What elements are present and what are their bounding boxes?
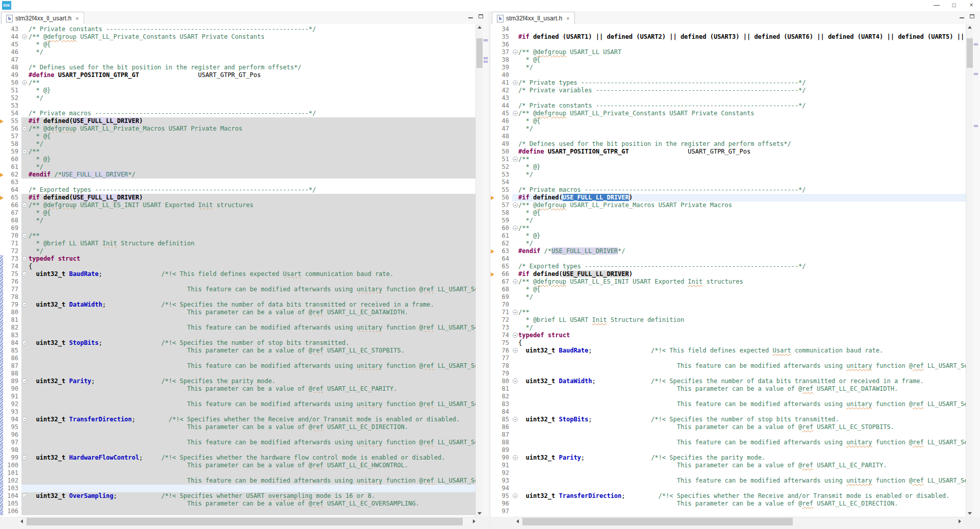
code-line[interactable]: 60 * @} — [0, 156, 475, 163]
fold-collapse-icon[interactable] — [22, 302, 27, 307]
code-line[interactable]: 58 * @{ — [491, 209, 966, 217]
fold-collapse-icon[interactable] — [22, 493, 27, 498]
code-line[interactable]: 65/* Exported types --------------------… — [491, 263, 966, 270]
tab-stm32f4xx-ll-usart-left[interactable]: h stm32f4xx_ll_usart.h × — [1, 12, 84, 24]
code-line[interactable]: 40 — [491, 71, 966, 79]
tab-stm32f4xx-ll-usart-right[interactable]: h stm32f4xx_ll_usart.h × — [492, 12, 575, 24]
code-line[interactable]: 103 — [0, 485, 475, 492]
overview-annotation-mark[interactable] — [484, 61, 488, 63]
code-line[interactable]: 42/* Private variables -----------------… — [491, 87, 966, 94]
scroll-down-icon[interactable] — [476, 510, 483, 517]
code-line[interactable]: 79 uint32_t DataWidth; /*!< Specifies th… — [0, 301, 475, 309]
code-line[interactable]: 84 — [491, 408, 966, 416]
minimize-pane-icon[interactable] — [468, 14, 473, 19]
fold-collapse-icon[interactable] — [513, 49, 518, 55]
fold-collapse-icon[interactable] — [22, 417, 27, 422]
fold-collapse-icon[interactable] — [513, 279, 518, 284]
code-line[interactable]: 104 uint32_t OverSampling; /*!< Specifie… — [0, 492, 475, 500]
code-line[interactable]: 95 uint32_t TransferDirection; /*!< Spec… — [491, 492, 966, 500]
code-line[interactable]: 57/** @defgroup USART_LL_Private_Macros … — [491, 201, 966, 209]
code-line[interactable]: 45 * @{ — [0, 41, 475, 48]
code-line[interactable]: 65#if defined(USE_FULL_LL_DRIVER) — [0, 194, 475, 201]
code-line[interactable]: 60/** — [491, 224, 966, 232]
code-line[interactable]: 68 */ — [0, 217, 475, 224]
overview-annotation-mark[interactable] — [974, 43, 978, 45]
code-line[interactable]: 85 This parameter can be a value of @ref… — [0, 347, 475, 355]
fold-collapse-icon[interactable] — [22, 455, 27, 460]
code-line[interactable]: 70/** — [0, 232, 475, 240]
code-line[interactable]: 63 — [0, 179, 475, 186]
overview-annotation-mark[interactable] — [484, 57, 488, 59]
code-line[interactable]: 78 — [0, 293, 475, 301]
code-line[interactable]: 91 — [0, 393, 475, 400]
code-line[interactable]: 73typedef struct — [0, 255, 475, 263]
code-line[interactable]: 62 */ — [491, 240, 966, 247]
code-line[interactable]: 81 — [0, 316, 475, 324]
code-line[interactable]: 52 */ — [0, 94, 475, 102]
code-line[interactable]: 48/* Defines used for the bit position i… — [0, 64, 475, 71]
code-line[interactable]: 64/* Exported types --------------------… — [0, 186, 475, 194]
code-line[interactable]: 88 — [0, 370, 475, 377]
code-line[interactable]: 76 uint32_t BaudRate; /*!< This field de… — [491, 347, 966, 355]
code-line[interactable]: 36 — [491, 41, 966, 48]
code-line[interactable]: 67/** @defgroup USART_LL_ES_INIT USART E… — [491, 278, 966, 286]
scroll-down-icon[interactable] — [966, 510, 973, 517]
fold-collapse-icon[interactable] — [22, 256, 27, 261]
vertical-scrollbar-thumb[interactable] — [967, 38, 973, 68]
code-line[interactable]: 55/* Private macros --------------------… — [491, 186, 966, 194]
fold-collapse-icon[interactable] — [22, 149, 27, 154]
fold-collapse-icon[interactable] — [513, 80, 518, 85]
code-line[interactable]: 62#endif /*USE_FULL_LL_DRIVER*/ — [0, 171, 475, 179]
code-line[interactable]: 69 */ — [491, 293, 966, 301]
code-line[interactable]: 84 uint32_t StopBits; /*!< Specifies the… — [0, 339, 475, 347]
code-line[interactable]: 93 — [0, 408, 475, 416]
code-line[interactable]: 74typedef struct — [491, 332, 966, 339]
code-line[interactable]: 48 — [491, 133, 966, 140]
horizontal-scrollbar-thumb[interactable] — [27, 518, 463, 525]
code-line[interactable]: 51/** — [491, 156, 966, 163]
code-line[interactable]: 75{ — [491, 339, 966, 347]
code-line[interactable]: 98 — [0, 446, 475, 454]
scroll-right-icon[interactable] — [956, 517, 963, 525]
code-line[interactable]: 89 uint32_t Parity; /*!< Specifies the p… — [0, 377, 475, 385]
code-line[interactable]: 92 — [491, 469, 966, 477]
fold-collapse-icon[interactable] — [22, 80, 27, 85]
code-line[interactable]: 37/** @defgroup USART_LL USART — [491, 48, 966, 56]
horizontal-scrollbar[interactable] — [18, 517, 478, 526]
fold-collapse-icon[interactable] — [513, 455, 518, 460]
code-line[interactable]: 72 */ — [0, 247, 475, 255]
code-line[interactable]: 59 */ — [491, 217, 966, 224]
code-line[interactable]: 90 uint32_t Parity; /*!< Specifies the p… — [491, 454, 966, 462]
code-editor-left[interactable]: 43/* Private constants -----------------… — [0, 24, 475, 517]
fold-collapse-icon[interactable] — [513, 225, 518, 231]
code-line[interactable]: 45/** @defgroup USART_LL_Private_Constan… — [491, 110, 966, 117]
overview-annotation-mark[interactable] — [974, 125, 978, 127]
code-line[interactable]: 66#if defined(USE_FULL_LL_DRIVER) — [491, 270, 966, 278]
code-line[interactable]: 106 — [0, 508, 475, 515]
code-line[interactable]: 61 * @} — [491, 232, 966, 240]
fold-collapse-icon[interactable] — [22, 233, 27, 238]
code-editor-right[interactable]: 3435#if defined (USART1) || defined (USA… — [491, 24, 966, 517]
code-line[interactable]: 44/* Private constants -----------------… — [491, 102, 966, 110]
fold-collapse-icon[interactable] — [513, 310, 518, 315]
fold-collapse-icon[interactable] — [513, 203, 518, 208]
window-minimize-icon[interactable]: — — [928, 0, 945, 11]
code-line[interactable]: 73 */ — [491, 324, 966, 332]
code-line[interactable]: 47 */ — [491, 125, 966, 133]
code-line[interactable]: 58 */ — [0, 140, 475, 148]
code-line[interactable]: 43/* Private constants -----------------… — [0, 26, 475, 33]
code-line[interactable]: 75 uint32_t BaudRate; /*!< This field de… — [0, 270, 475, 278]
code-line[interactable]: 63#endif /*USE_FULL_LL_DRIVER*/ — [491, 247, 966, 255]
scroll-up-icon[interactable] — [476, 24, 483, 31]
code-line[interactable]: 94 — [491, 485, 966, 492]
code-line[interactable]: 72 * @brief LL USART Init Structure defi… — [491, 316, 966, 324]
fold-collapse-icon[interactable] — [22, 34, 27, 39]
code-line[interactable]: 44/** @defgroup USART_LL_Private_Constan… — [0, 33, 475, 41]
code-line[interactable]: 70 — [491, 301, 966, 309]
code-line[interactable]: 87 This feature can be modified afterwar… — [0, 362, 475, 370]
code-line[interactable]: 53 — [0, 102, 475, 110]
code-line[interactable]: 54 — [491, 179, 966, 186]
code-line[interactable]: 87 — [491, 431, 966, 439]
horizontal-scrollbar[interactable] — [514, 517, 963, 526]
code-line[interactable]: 50/** — [0, 79, 475, 87]
